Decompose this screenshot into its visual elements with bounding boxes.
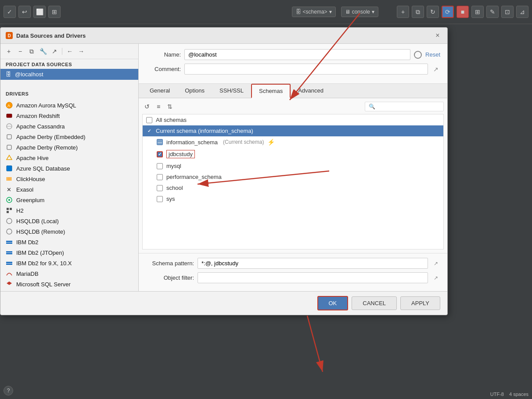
schemas-search-box[interactable]: 🔍	[365, 102, 444, 111]
driver-item-redshift[interactable]: Amazon Redshift	[0, 110, 138, 121]
information-schema-sublabel: (Current schema)	[223, 139, 264, 145]
toolbar-btn-copy[interactable]: ⧉	[412, 6, 424, 18]
dialog-close-button[interactable]: ×	[433, 31, 442, 40]
driver-item-aurora-mysql[interactable]: A Amazon Aurora MySQL	[0, 100, 138, 110]
add-datasource-button[interactable]: +	[4, 46, 14, 56]
reset-link[interactable]: Reset	[425, 51, 440, 58]
mysql-checkbox[interactable]	[157, 163, 163, 169]
driver-item-mssql[interactable]: Microsoft SQL Server	[0, 279, 138, 289]
toolbar-btn-plus[interactable]: +	[397, 6, 409, 18]
cancel-button[interactable]: CANCEL	[352, 296, 397, 310]
driver-item-derby-embedded[interactable]: Apache Derby (Embedded)	[0, 132, 138, 142]
tab-options[interactable]: Options	[177, 84, 212, 98]
indent-label: 4 spaces	[509, 392, 528, 397]
datasource-item-localhost[interactable]: 🗄 @localhost	[0, 69, 138, 80]
schema-item-current[interactable]: Current schema (information_schema)	[143, 125, 443, 136]
driver-item-h2[interactable]: H2	[0, 205, 138, 216]
schema-item-sys[interactable]: sys	[143, 193, 443, 204]
nav-back-button[interactable]: ←	[65, 46, 75, 56]
schema-item-all[interactable]: All schemas	[143, 114, 443, 125]
schema-selector[interactable]: 🗄 <schema> ▾	[292, 7, 336, 17]
schema-pattern-label: Schema pattern:	[146, 260, 194, 267]
comment-expand-button[interactable]: ↗	[431, 65, 440, 74]
driver-item-derby-remote[interactable]: Apache Derby (Remote)	[0, 142, 138, 153]
ok-button[interactable]: OK	[317, 296, 349, 310]
jdbcstudy-checkbox[interactable]	[157, 151, 163, 157]
remove-datasource-button[interactable]: −	[15, 46, 25, 56]
schema-item-school[interactable]: school	[143, 182, 443, 193]
schema-pattern-input[interactable]	[198, 258, 428, 269]
toolbar-btn-refresh[interactable]: ↻	[427, 6, 439, 18]
svg-rect-18	[10, 208, 12, 210]
svg-rect-17	[7, 211, 9, 213]
comment-input[interactable]	[184, 64, 428, 75]
drivers-header: Drivers	[0, 89, 138, 98]
toolbar-btn-stop[interactable]: ⬜	[33, 6, 46, 18]
sort-schemas-button[interactable]: ⇅	[165, 102, 175, 111]
driver-item-cassandra[interactable]: Apache Cassandra	[0, 121, 138, 132]
svg-rect-12	[11, 177, 11, 181]
schema-pattern-expand-icon[interactable]: ↗	[431, 259, 440, 268]
tab-general[interactable]: General	[142, 84, 177, 98]
driver-item-mariadb[interactable]: MariaDB	[0, 268, 138, 279]
toolbar-btn-filter[interactable]: ⊿	[516, 6, 528, 18]
help-button[interactable]: ?	[4, 386, 13, 395]
project-data-sources-header: Project Data Sources	[0, 59, 138, 69]
object-filter-expand-icon[interactable]: ↗	[431, 274, 440, 282]
console-selector[interactable]: 🖥 console ▾	[341, 7, 378, 17]
toolbar-btn-undo[interactable]: ↩	[18, 6, 31, 18]
driver-item-azure[interactable]: Azure SQL Database	[0, 163, 138, 174]
driver-item-exasol[interactable]: ✕ Exasol	[0, 184, 138, 195]
object-filter-input[interactable]	[198, 272, 428, 283]
toolbar-btn-edit[interactable]: ✎	[486, 6, 499, 18]
refresh-schemas-button[interactable]: ↺	[142, 102, 152, 111]
information-schema-checkbox[interactable]	[157, 139, 163, 145]
toolbar-btn-table[interactable]: ⊞	[48, 6, 61, 18]
current-schema-checkbox[interactable]	[146, 128, 152, 134]
driver-item-ibm-db2-9x[interactable]: IBM Db2 for 9.X, 10.X	[0, 258, 138, 268]
tab-ssh-ssl[interactable]: SSH/SSL	[212, 84, 251, 98]
toolbar-btn-stop-red[interactable]: ■	[457, 6, 469, 18]
driver-item-hive[interactable]: Apache Hive	[0, 153, 138, 163]
data-sources-dialog: D Data Sources and Drivers × + − ⧉ 🔧 ↗ ←…	[0, 27, 448, 315]
svg-marker-7	[7, 155, 12, 160]
driver-item-greenplum[interactable]: Greenplum	[0, 195, 138, 205]
toolbar-btn-grid[interactable]: ⊞	[471, 6, 484, 18]
schema-item-information[interactable]: information_schema (Current schema) ⚡	[143, 136, 443, 148]
driver-item-ibm-db2-jtopen[interactable]: IBM Db2 (JTOpen)	[0, 247, 138, 258]
sys-checkbox[interactable]	[157, 196, 163, 202]
hsqldb-local-icon	[6, 217, 13, 224]
apply-button[interactable]: APPLY	[400, 296, 440, 310]
toolbar-btn-view[interactable]: ⊡	[501, 6, 514, 18]
school-checkbox[interactable]	[157, 185, 163, 191]
driver-ibm-db2-9x-label: IBM Db2 for 9.X, 10.X	[16, 260, 72, 267]
export-datasource-button[interactable]: ↗	[50, 46, 59, 56]
select-all-schemas-button[interactable]: ≡	[154, 102, 163, 111]
driver-item-hsqldb-local[interactable]: HSQLDB (Local)	[0, 216, 138, 226]
driver-item-hsqldb-remote[interactable]: HSQLDB (Remote)	[0, 226, 138, 237]
driver-item-ibm-db2[interactable]: IBM Db2	[0, 237, 138, 247]
svg-rect-23	[6, 251, 12, 253]
toolbar-btn-check[interactable]: ✓	[4, 6, 16, 18]
schema-item-performance[interactable]: performance_schema	[143, 171, 443, 182]
duplicate-datasource-button[interactable]: ⧉	[27, 46, 36, 56]
svg-rect-10	[8, 177, 9, 181]
name-input[interactable]	[184, 49, 410, 60]
clickhouse-icon	[6, 175, 13, 182]
svg-rect-25	[6, 262, 12, 263]
all-schemas-checkbox[interactable]	[146, 117, 152, 123]
tab-schemas[interactable]: Schemas	[251, 84, 291, 98]
schema-item-jdbcstudy[interactable]: jdbcstudy	[143, 148, 443, 160]
performance-schema-checkbox[interactable]	[157, 174, 163, 180]
driver-item-clickhouse[interactable]: ClickHouse	[0, 174, 138, 184]
driver-h2-label: H2	[16, 207, 24, 214]
hsqldb-remote-icon	[6, 228, 13, 235]
toolbar-separator	[62, 48, 62, 55]
schema-item-mysql[interactable]: mysql	[143, 160, 443, 171]
svg-rect-2	[7, 114, 12, 118]
tab-advanced[interactable]: Advanced	[291, 84, 331, 98]
settings-datasource-button[interactable]: 🔧	[38, 46, 48, 56]
hive-icon	[6, 154, 13, 161]
toolbar-btn-active[interactable]: ⟳	[442, 6, 454, 18]
nav-forward-button[interactable]: →	[76, 46, 86, 56]
